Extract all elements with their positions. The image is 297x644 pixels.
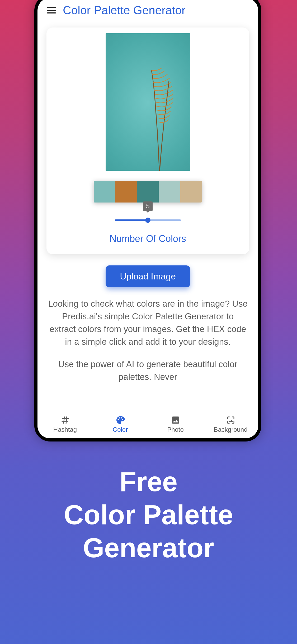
photo-icon: [171, 415, 180, 425]
promo-line-2: Color Palette: [0, 498, 297, 531]
page-title: Color Palette Generator: [63, 4, 186, 17]
menu-icon[interactable]: [47, 7, 56, 13]
phone-frame: Color Palette Generator: [34, 0, 261, 441]
description: Looking to check what colors are in the …: [48, 297, 248, 383]
background-icon: [226, 415, 235, 425]
swatch-4: [159, 181, 180, 203]
slider-thumb[interactable]: [145, 218, 150, 223]
header: Color Palette Generator: [37, 0, 258, 20]
bottom-tabbar: Hashtag Color Photo Background: [37, 410, 258, 438]
upload-image-button[interactable]: Upload Image: [106, 265, 190, 287]
phone-screen: Color Palette Generator: [37, 0, 258, 438]
tab-hashtag[interactable]: Hashtag: [37, 410, 93, 438]
swatch-2: [115, 181, 137, 203]
tab-photo[interactable]: Photo: [148, 410, 203, 438]
swatch-3: [137, 181, 159, 203]
promo-line-1: Free: [0, 465, 297, 498]
palette-icon: [116, 415, 125, 425]
palette-swatches: [94, 181, 202, 203]
slider-fill: [115, 219, 148, 221]
promo-line-3: Generator: [0, 531, 297, 564]
color-count-slider[interactable]: 5: [115, 210, 181, 226]
swatch-5: [180, 181, 202, 203]
promo-text: Free Color Palette Generator: [0, 465, 297, 564]
color-count-label: Number Of Colors: [110, 233, 186, 244]
slider-tooltip: 5: [143, 201, 153, 211]
tab-photo-label: Photo: [167, 426, 184, 433]
preview-image: [106, 33, 190, 171]
tab-color-label: Color: [113, 426, 128, 433]
hashtag-icon: [60, 415, 70, 425]
tab-background-label: Background: [214, 426, 247, 433]
palette-card: 5 Number Of Colors: [46, 27, 249, 254]
swatch-1: [94, 181, 115, 203]
tab-color[interactable]: Color: [93, 410, 148, 438]
tab-background[interactable]: Background: [203, 410, 258, 438]
tab-hashtag-label: Hashtag: [53, 426, 77, 433]
description-p2: Use the power of AI to generate beautifu…: [48, 358, 248, 383]
description-p1: Looking to check what colors are in the …: [48, 297, 248, 348]
